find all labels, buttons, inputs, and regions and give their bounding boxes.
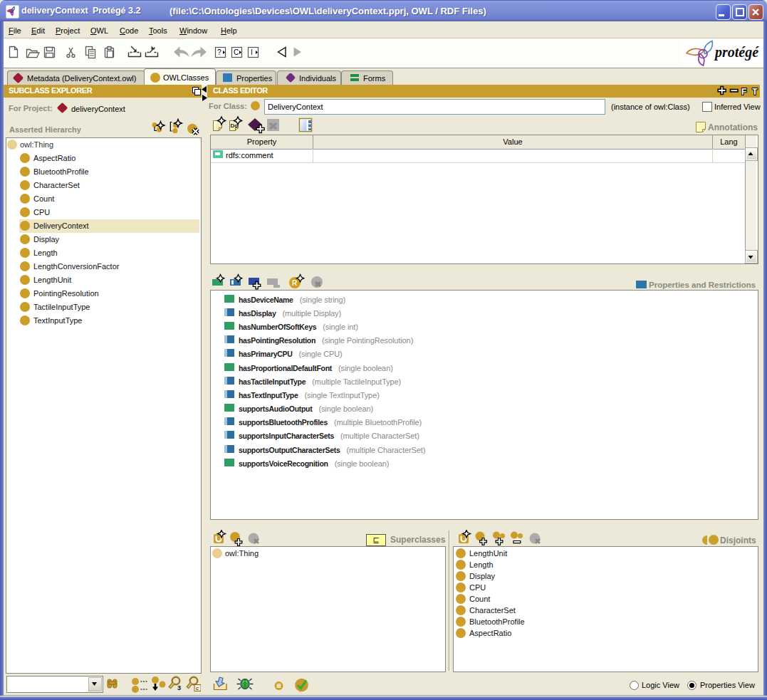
svg-text:?: ?	[217, 48, 221, 56]
svg-text:c: c	[196, 685, 199, 691]
svg-text:3: 3	[177, 684, 181, 691]
svg-text:FT: FT	[741, 87, 760, 97]
svg-text:C: C	[234, 48, 239, 56]
svg-text:I: I	[251, 48, 253, 56]
svg-text:R: R	[292, 279, 298, 287]
